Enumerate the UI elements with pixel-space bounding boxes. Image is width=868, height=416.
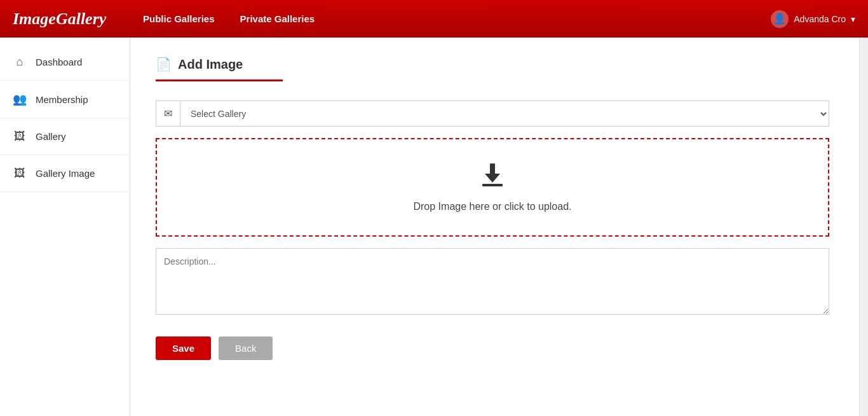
user-menu[interactable]: 👤 Advanda Cro ▾ <box>771 10 855 28</box>
sidebar-item-membership-label: Membership <box>36 94 88 105</box>
sidebar-item-gallery-image[interactable]: 🖼 Gallery Image <box>0 155 130 192</box>
envelope-icon: ✉ <box>156 101 180 126</box>
svg-rect-2 <box>482 184 503 186</box>
description-textarea[interactable] <box>156 248 829 315</box>
scrollbar[interactable] <box>859 38 868 416</box>
gallery-select-row: ✉ Select Gallery <box>156 101 829 127</box>
app-logo: ImageGallery <box>13 10 106 29</box>
membership-icon: 👥 <box>13 92 27 106</box>
sidebar: ⌂ Dashboard 👥 Membership 🖼 Gallery 🖼 Gal… <box>0 38 130 416</box>
sidebar-item-gallery-image-label: Gallery Image <box>36 168 95 179</box>
main-content: 📄 Add Image ✉ Select Gallery <box>130 38 859 416</box>
save-button[interactable]: Save <box>156 336 211 360</box>
dashboard-icon: ⌂ <box>13 55 27 69</box>
sidebar-item-membership[interactable]: 👥 Membership <box>0 81 130 118</box>
sidebar-item-dashboard-label: Dashboard <box>36 57 82 67</box>
sidebar-item-gallery-label: Gallery <box>36 131 66 142</box>
nav-private-galleries[interactable]: Private Galleries <box>240 13 315 24</box>
add-image-form: ✉ Select Gallery Drop Image here or clic… <box>156 101 829 360</box>
drop-zone-text: Drop Image here or click to upload. <box>413 201 571 212</box>
sidebar-item-dashboard[interactable]: ⌂ Dashboard <box>0 44 130 81</box>
nav-public-galleries[interactable]: Public Galleries <box>143 13 215 24</box>
user-avatar-icon: 👤 <box>771 10 789 28</box>
logo-area: ImageGallery <box>13 10 143 29</box>
form-buttons: Save Back <box>156 336 829 360</box>
svg-marker-1 <box>485 174 500 183</box>
download-icon <box>480 162 505 193</box>
add-image-icon: 📄 <box>156 57 172 72</box>
gallery-image-icon: 🖼 <box>13 167 27 180</box>
chevron-down-icon: ▾ <box>851 14 855 24</box>
sidebar-item-gallery[interactable]: 🖼 Gallery <box>0 118 130 155</box>
user-name: Advanda Cro <box>794 14 846 24</box>
gallery-select[interactable]: Select Gallery <box>180 102 829 126</box>
main-nav: Public Galleries Private Galleries <box>143 13 771 24</box>
back-button[interactable]: Back <box>219 336 273 360</box>
page-title-area: 📄 Add Image <box>156 57 283 81</box>
gallery-icon: 🖼 <box>13 130 27 143</box>
main-layout: ⌂ Dashboard 👥 Membership 🖼 Gallery 🖼 Gal… <box>0 38 868 416</box>
app-header: ImageGallery Public Galleries Private Ga… <box>0 0 868 38</box>
page-title: Add Image <box>178 57 243 72</box>
image-drop-zone[interactable]: Drop Image here or click to upload. <box>156 138 829 237</box>
